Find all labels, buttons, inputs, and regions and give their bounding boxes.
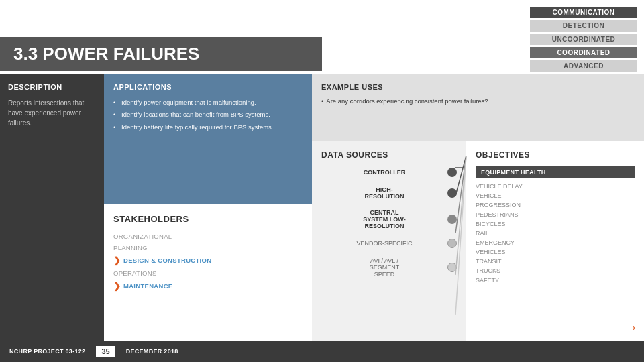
objectives-panel: OBJECTIVES EQUIPMENT HEALTH VEHICLE DELA… xyxy=(466,141,644,341)
objective-safety: SAFETY xyxy=(476,276,635,285)
arrow-icon-design: ❯ xyxy=(113,255,121,265)
example-uses-panel: EXAMPLE USES •Are any corridors experien… xyxy=(312,74,644,141)
objective-vehicles: VEHICLES xyxy=(476,247,635,257)
footer-project: NCHRP PROJECT 03-122 xyxy=(9,348,85,355)
example-uses-text: •Are any corridors experiencing consiste… xyxy=(321,97,635,106)
applications-list: • Identify power equipment that is malfu… xyxy=(113,98,303,131)
objective-equipment-health: EQUIPMENT HEALTH xyxy=(476,166,635,178)
example-uses-header: EXAMPLE USES xyxy=(321,83,635,91)
application-item-2: • Identify locations that can benefit fr… xyxy=(113,110,303,119)
nav-pill-advanced[interactable]: ADVANCED xyxy=(530,60,637,72)
nav-pill-communication[interactable]: COMMUNICATION xyxy=(530,7,637,18)
page-title: 3.3 POWER FAILURES xyxy=(13,44,199,64)
dot-vendor xyxy=(447,239,457,248)
data-sources-header: DATA SOURCES xyxy=(321,150,457,160)
objective-vehicle-delay: VEHICLE DELAY xyxy=(476,182,635,191)
page-title-banner: 3.3 POWER FAILURES xyxy=(0,37,322,71)
description-text: Reports intersections that have experien… xyxy=(8,98,96,128)
objective-progression: PROGRESSION xyxy=(476,200,635,210)
nav-pill-uncoordinated[interactable]: UNCOORDINATED xyxy=(530,34,637,45)
footer-bar: NCHRP PROJECT 03-122 35 DECEMBER 2018 xyxy=(0,341,644,362)
nav-pills: COMMUNICATION DETECTION UNCOORDINATED CO… xyxy=(530,7,637,72)
data-source-avi: AVI / AVL / SEGMENT SPEED xyxy=(321,257,457,278)
dot-avi xyxy=(447,263,457,272)
objective-rail: RAIL xyxy=(476,229,635,238)
dot-central xyxy=(447,215,457,224)
main-layout: DESCRIPTION Reports intersections that h… xyxy=(0,74,644,341)
stakeholder-maintenance: ❯ MAINTENANCE xyxy=(113,279,303,293)
nav-pill-coordinated[interactable]: COORDINATED xyxy=(530,47,637,58)
objective-trucks: TRUCKS xyxy=(476,266,635,276)
applications-panel: APPLICATIONS • Identify power equipment … xyxy=(104,74,312,204)
dot-controller xyxy=(447,168,457,177)
stakeholders-panel: STAKEHOLDERS ORGANIZATIONAL PLANNING ❯ D… xyxy=(104,204,312,341)
footer-date: DECEMBER 2018 xyxy=(126,348,178,355)
nav-pill-detection[interactable]: DETECTION xyxy=(530,20,637,32)
arrow-icon-maintenance: ❯ xyxy=(113,281,121,291)
description-header: DESCRIPTION xyxy=(8,83,96,91)
stakeholder-organizational: ORGANIZATIONAL xyxy=(113,231,303,242)
data-sources-panel: DATA SOURCES CONTROLLER HIGH- RESOLUTION… xyxy=(312,141,466,341)
stakeholder-design: ❯ DESIGN & CONSTRUCTION xyxy=(113,253,303,267)
next-arrow[interactable]: → xyxy=(624,319,639,337)
dot-high-resolution xyxy=(447,188,457,198)
application-item-3: • Identify battery life typically requir… xyxy=(113,123,303,131)
stakeholder-planning: PLANNING xyxy=(113,242,303,253)
footer-page-number: 35 xyxy=(96,346,115,357)
stakeholder-operations: OPERATIONS xyxy=(113,267,303,279)
objective-pedestrians: PEDESTRIANS xyxy=(476,210,635,219)
applications-header: APPLICATIONS xyxy=(113,83,303,91)
objectives-header: OBJECTIVES xyxy=(476,150,635,160)
objective-emergency: EMERGENCY xyxy=(476,238,635,247)
stakeholders-header: STAKEHOLDERS xyxy=(113,214,303,224)
data-source-high-resolution: HIGH- RESOLUTION xyxy=(321,186,457,200)
data-source-central: CENTRAL SYSTEM LOW- RESOLUTION xyxy=(321,209,457,229)
application-item-1: • Identify power equipment that is malfu… xyxy=(113,98,303,107)
objective-vehicle: VEHICLE xyxy=(476,191,635,200)
data-source-vendor: VENDOR-SPECIFIC xyxy=(321,239,457,248)
objective-transit: TRANSIT xyxy=(476,257,635,266)
description-panel: DESCRIPTION Reports intersections that h… xyxy=(0,74,104,341)
objective-bicycles: BICYCLES xyxy=(476,219,635,229)
data-source-controller: CONTROLLER xyxy=(321,168,457,177)
